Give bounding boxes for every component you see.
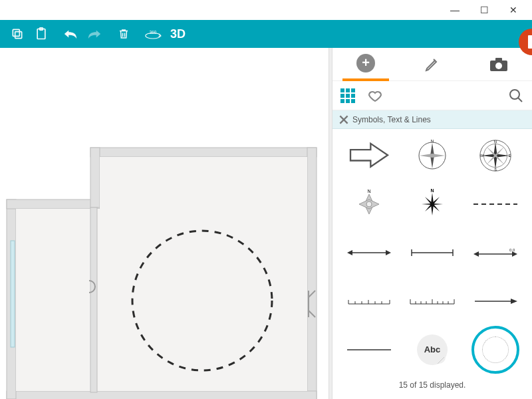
- svg-point-40: [366, 201, 372, 207]
- undo-button[interactable]: [59, 22, 82, 46]
- svg-marker-74: [511, 299, 517, 304]
- svg-text:N: N: [494, 140, 497, 144]
- view-360-button[interactable]: 360: [141, 22, 165, 46]
- svg-rect-18: [495, 58, 502, 61]
- search-button[interactable]: [508, 88, 524, 104]
- symbol-ruler-short[interactable]: [342, 283, 396, 319]
- symbol-dashed-line[interactable]: [469, 186, 522, 222]
- door-icon: [527, 35, 532, 49]
- symbol-text-label[interactable]: Abc: [406, 331, 459, 368]
- close-icon[interactable]: [338, 114, 350, 126]
- svg-rect-15: [11, 241, 15, 347]
- delete-button[interactable]: [112, 22, 136, 46]
- main-toolbar: 360 3D: [0, 20, 532, 48]
- symbol-count-status: 15 of 15 displayed.: [332, 375, 532, 399]
- svg-rect-9: [307, 148, 317, 399]
- symbol-dimension-ticks[interactable]: [406, 234, 459, 271]
- paste-button[interactable]: [29, 22, 53, 46]
- symbol-compass-large[interactable]: NESW: [469, 137, 522, 174]
- selection-ring: [471, 326, 519, 374]
- svg-marker-46: [347, 250, 352, 255]
- symbol-dimension-labeled[interactable]: 0.0: [469, 234, 522, 271]
- symbol-dimension-arrows[interactable]: [342, 234, 396, 271]
- pencil-icon: [424, 57, 440, 72]
- svg-rect-6: [528, 35, 532, 49]
- copy-button[interactable]: [5, 22, 29, 46]
- tab-snapshot[interactable]: [475, 48, 522, 81]
- svg-marker-53: [512, 251, 517, 257]
- window-titlebar: — ☐ ✕: [0, 0, 532, 20]
- close-button[interactable]: ✕: [499, 0, 528, 20]
- symbol-ruler-long[interactable]: [406, 283, 459, 319]
- floorplan-canvas[interactable]: [0, 48, 329, 399]
- svg-rect-13: [90, 148, 100, 207]
- svg-rect-1: [13, 29, 19, 36]
- library-panel: + Symbols, Text & Lines: [332, 48, 532, 399]
- symbol-compass-diamond[interactable]: N: [342, 186, 396, 222]
- svg-text:0.0: 0.0: [509, 248, 515, 252]
- svg-text:N: N: [430, 188, 434, 193]
- grid-view-button[interactable]: [340, 88, 355, 103]
- svg-text:E: E: [508, 153, 511, 157]
- floorplan-drawing[interactable]: [4, 141, 323, 399]
- symbol-solid-line[interactable]: [342, 331, 396, 368]
- svg-marker-26: [420, 154, 445, 158]
- plus-icon: +: [356, 54, 375, 72]
- svg-text:W: W: [480, 153, 484, 157]
- camera-icon: [489, 57, 508, 72]
- redo-button[interactable]: [82, 22, 106, 46]
- minimize-button[interactable]: —: [440, 0, 469, 20]
- main-area: + Symbols, Text & Lines: [0, 48, 532, 399]
- symbol-compass-small[interactable]: N: [406, 137, 459, 174]
- symbol-dashed-circle[interactable]: [469, 331, 522, 368]
- svg-rect-8: [90, 148, 317, 157]
- symbol-arrow-thin[interactable]: [469, 283, 522, 319]
- svg-line-21: [518, 98, 522, 102]
- svg-text:N: N: [431, 139, 434, 143]
- svg-point-19: [495, 63, 502, 69]
- svg-rect-14: [90, 207, 97, 392]
- category-header[interactable]: Symbols, Text & Lines: [332, 110, 532, 129]
- view-3d-button[interactable]: 3D: [170, 27, 186, 41]
- symbol-compass-star[interactable]: N: [406, 186, 459, 222]
- library-mode-tabs: +: [332, 48, 532, 81]
- dashed-circle-icon: [482, 336, 509, 363]
- tab-add[interactable]: +: [342, 48, 389, 81]
- svg-text:N: N: [368, 189, 371, 194]
- svg-marker-47: [386, 250, 391, 255]
- symbol-grid: N NESW N N 0.0: [332, 129, 532, 375]
- tab-edit[interactable]: [409, 48, 456, 81]
- maximize-button[interactable]: ☐: [469, 0, 499, 20]
- svg-text:360: 360: [150, 30, 157, 35]
- symbol-arrow-block[interactable]: [342, 137, 396, 174]
- svg-rect-0: [15, 32, 22, 39]
- svg-text:S: S: [494, 168, 497, 172]
- svg-rect-12: [7, 200, 100, 209]
- svg-point-20: [510, 90, 519, 99]
- svg-rect-10: [7, 391, 317, 399]
- favorites-button[interactable]: [367, 88, 383, 104]
- svg-marker-52: [473, 251, 479, 257]
- library-view-row: [332, 81, 532, 110]
- category-title: Symbols, Text & Lines: [352, 115, 431, 124]
